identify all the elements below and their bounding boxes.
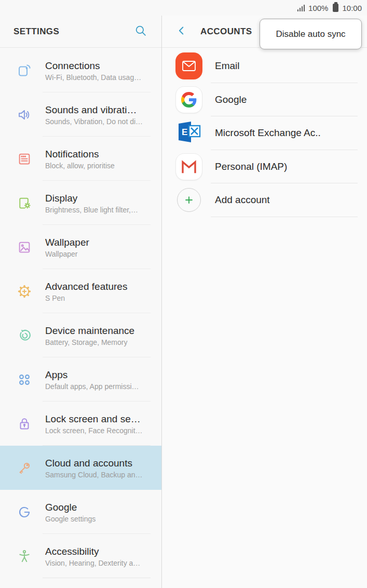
item-subtitle: Default apps, App permissi… <box>45 382 139 391</box>
item-subtitle: Sounds, Vibration, Do not di… <box>45 117 143 126</box>
settings-header: SETTINGS <box>0 16 161 48</box>
account-label: Email <box>215 60 240 72</box>
sidebar-item-notifications[interactable]: Notifications Block, allow, prioritise <box>0 137 161 181</box>
item-title: Lock screen and se… <box>45 413 143 425</box>
disable-auto-sync-label: Disable auto sync <box>276 29 345 39</box>
account-item-add-account[interactable]: Add account <box>162 183 367 217</box>
sidebar-item-apps[interactable]: Apps Default apps, App permissi… <box>0 357 161 402</box>
sidebar-item-device-maintenance[interactable]: Device maintenance Battery, Storage, Mem… <box>0 313 161 357</box>
advanced-features-icon <box>16 283 33 300</box>
account-item-personal-imap[interactable]: Personal (IMAP) <box>162 150 367 184</box>
list-divider <box>43 578 151 578</box>
account-label: Microsoft Exchange Ac.. <box>215 127 321 139</box>
exchange-icon: E <box>175 120 202 146</box>
battery-percent-text: 100% <box>308 4 328 12</box>
accounts-list: Email Google <box>162 49 367 217</box>
item-title: Apps <box>45 369 139 381</box>
account-label: Personal (IMAP) <box>215 161 287 172</box>
connections-icon <box>16 62 33 79</box>
accounts-pane: ACCOUNTS Email <box>162 16 367 588</box>
sidebar-item-advanced-features[interactable]: Advanced features S Pen <box>0 269 161 313</box>
account-item-email[interactable]: Email <box>162 49 367 83</box>
sound-icon <box>16 106 33 123</box>
sidebar-item-connections[interactable]: Connections Wi-Fi, Bluetooth, Data usag… <box>0 48 161 92</box>
list-divider <box>211 217 358 217</box>
sidebar-item-accessibility[interactable]: Accessibility Vision, Hearing, Dexterity… <box>0 534 161 578</box>
item-subtitle: Wi-Fi, Bluetooth, Data usag… <box>45 73 141 82</box>
item-title: Accessibility <box>45 546 140 557</box>
sidebar-item-wallpaper[interactable]: Wallpaper Wallpaper <box>0 225 161 269</box>
google-icon <box>175 86 202 113</box>
status-bar: 100% 10:00 <box>0 0 367 16</box>
item-title: Notifications <box>45 149 115 160</box>
item-subtitle: Battery, Storage, Memory <box>45 338 134 346</box>
settings-title: SETTINGS <box>13 26 59 37</box>
gmail-icon <box>175 153 202 180</box>
item-title: Connections <box>45 60 141 72</box>
item-subtitle: Lock screen, Face Recognit… <box>45 426 143 435</box>
notifications-icon <box>16 151 33 167</box>
search-button[interactable] <box>132 23 149 40</box>
accessibility-icon <box>16 548 33 565</box>
item-subtitle: Brightness, Blue light filter,… <box>45 206 138 214</box>
item-title: Advanced features <box>45 281 127 292</box>
item-subtitle: S Pen <box>45 294 127 302</box>
signal-strength-icon <box>297 5 305 11</box>
sidebar-item-sounds[interactable]: Sounds and vibrati… Sounds, Vibration, D… <box>0 92 161 137</box>
search-icon <box>134 24 147 39</box>
settings-pane: SETTINGS Connections Wi-Fi, Blue <box>0 16 161 588</box>
email-icon <box>175 52 202 79</box>
lock-icon <box>16 416 33 432</box>
add-account-icon <box>177 188 201 212</box>
item-subtitle: Google settings <box>45 515 96 523</box>
battery-icon <box>333 4 338 12</box>
back-chevron-icon <box>176 25 187 38</box>
item-title: Display <box>45 193 138 204</box>
back-button[interactable] <box>173 23 190 40</box>
svg-text:E: E <box>182 127 187 137</box>
accounts-title: ACCOUNTS <box>200 26 252 37</box>
account-label: Google <box>215 94 247 105</box>
item-subtitle: Samsung Cloud, Backup an… <box>45 471 143 479</box>
item-title: Cloud and accounts <box>45 458 143 469</box>
item-subtitle: Vision, Hearing, Dexterity a… <box>45 559 140 567</box>
device-maintenance-icon <box>16 327 33 344</box>
item-title: Wallpaper <box>45 237 89 248</box>
account-label: Add account <box>215 194 270 206</box>
sidebar-item-lock-screen-security[interactable]: Lock screen and se… Lock screen, Face Re… <box>0 402 161 446</box>
account-item-exchange[interactable]: E Microsoft Exchange Ac.. <box>162 116 367 150</box>
account-item-google[interactable]: Google <box>162 83 367 117</box>
item-title: Sounds and vibrati… <box>45 104 143 116</box>
settings-screen: 100% 10:00 SETTINGS <box>0 0 367 588</box>
sidebar-item-google[interactable]: Google Google settings <box>0 490 161 534</box>
wallpaper-icon <box>16 239 33 256</box>
item-title: Google <box>45 502 96 513</box>
settings-list: Connections Wi-Fi, Bluetooth, Data usag…… <box>0 48 161 578</box>
google-g-icon <box>16 504 33 520</box>
item-subtitle: Block, allow, prioritise <box>45 162 115 170</box>
sidebar-item-cloud-and-accounts[interactable]: Cloud and accounts Samsung Cloud, Backup… <box>0 446 161 490</box>
key-icon <box>16 460 33 476</box>
display-icon <box>16 195 33 211</box>
apps-icon <box>16 371 33 388</box>
item-subtitle: Wallpaper <box>45 250 89 258</box>
item-title: Device maintenance <box>45 325 134 337</box>
disable-auto-sync-menu-item[interactable]: Disable auto sync <box>260 19 362 49</box>
sidebar-item-display[interactable]: Display Brightness, Blue light filter,… <box>0 181 161 225</box>
clock-text: 10:00 <box>342 4 362 12</box>
